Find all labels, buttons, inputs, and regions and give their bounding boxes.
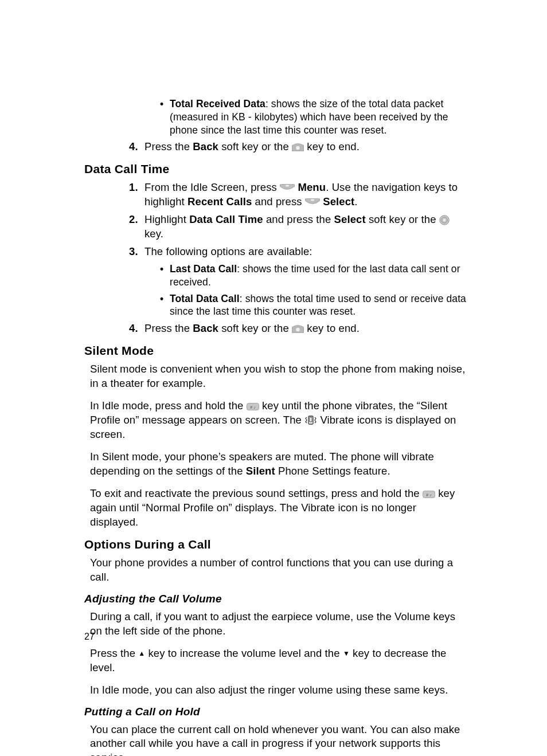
heading-data-call-time: Data Call Time: [84, 162, 467, 176]
step-text: The following options are available:: [144, 245, 312, 257]
dct-step-4: 4.Press the Back soft key or the key to …: [129, 322, 467, 336]
step-text: Highlight: [144, 213, 189, 225]
step-number: 3.: [129, 245, 144, 259]
softkey-icon: [280, 184, 295, 191]
svg-rect-10: [310, 417, 312, 422]
text: Press the: [90, 647, 138, 659]
step-number: 1.: [129, 181, 144, 195]
heading-silent-mode: Silent Mode: [84, 344, 467, 358]
softkey-icon: [305, 198, 320, 206]
step-text: key to end.: [304, 322, 360, 334]
heading-adjusting-volume: Adjusting the Call Volume: [84, 593, 467, 605]
step-text-2: soft key or the: [218, 140, 292, 152]
hold-p1: You can place the current call on hold w…: [90, 723, 467, 757]
select-label: Select: [334, 213, 366, 225]
step-back-end-1: 4.Press the Back soft key or the key to …: [129, 140, 467, 154]
hash-key-icon: # ♪: [423, 491, 435, 498]
bullet-label: Last Data Call: [170, 263, 237, 275]
volume-p1: During a call, if you want to adjust the…: [90, 610, 467, 639]
svg-rect-2: [311, 199, 314, 201]
text: Phone Settings feature.: [275, 465, 390, 477]
step-number: 4.: [129, 140, 144, 154]
bullet-label: Total Received Data: [170, 98, 265, 109]
bullet-marker: •: [160, 292, 170, 305]
step-text: soft key or the: [218, 322, 292, 334]
text: To exit and reactivate the previous soun…: [90, 487, 423, 499]
bullet-label: Total Data Call: [170, 293, 240, 304]
svg-text:# ♪: # ♪: [426, 492, 432, 496]
back-label: Back: [193, 140, 218, 152]
step-text: key.: [144, 228, 163, 240]
step-number: 4.: [129, 322, 144, 336]
heading-putting-call-on-hold: Putting a Call on Hold: [84, 706, 467, 718]
text: key to increase the volume level and the: [145, 647, 343, 659]
volume-p3: In Idle mode, you can also adjust the ri…: [90, 683, 467, 698]
step-text: soft key or the: [366, 213, 439, 225]
bullet-total-received-data: •Total Received Data: shows the size of …: [160, 97, 467, 136]
step-text: .: [354, 195, 357, 207]
heading-options-during-call: Options During a Call: [84, 538, 467, 551]
vibrate-icon: [304, 415, 317, 425]
dct-step-2: 2.Highlight Data Call Time and press the…: [129, 213, 467, 241]
select-label: Select: [323, 195, 354, 207]
manual-page: •Total Received Data: shows the size of …: [0, 0, 547, 756]
end-key-icon: [292, 325, 304, 333]
hash-key-icon: # ♪: [247, 403, 259, 410]
silent-p1: Silent mode is convenient when you wish …: [90, 362, 467, 391]
dct-step-3: 3.The following options are available:: [129, 245, 467, 259]
step-text: and press the: [263, 213, 334, 225]
svg-point-6: [296, 328, 300, 332]
silent-p4: To exit and reactivate the previous soun…: [90, 487, 467, 530]
ok-key-icon: [439, 215, 450, 225]
step-text: and press: [252, 195, 305, 207]
text: In Idle mode, press and hold the: [90, 399, 247, 412]
bullet-total-data-call: •Total Data Call: shows the total time u…: [160, 292, 467, 319]
step-text: Press the: [144, 322, 193, 334]
svg-rect-1: [286, 185, 289, 187]
bullet-marker: •: [160, 97, 170, 111]
step-text-3: key to end.: [304, 140, 360, 152]
step-text-1: Press the: [144, 140, 193, 152]
step-number: 2.: [129, 213, 144, 227]
svg-text:# ♪: # ♪: [250, 405, 256, 409]
volume-p2: Press the ▲ key to increase the volume l…: [90, 647, 467, 675]
menu-label: Menu: [298, 181, 326, 193]
bullet-marker: •: [160, 263, 170, 276]
bullet-last-data-call: •Last Data Call: shows the time used for…: [160, 263, 467, 289]
svg-point-0: [296, 146, 300, 150]
silent-p2: In Idle mode, press and hold the # ♪ key…: [90, 399, 467, 442]
back-label: Back: [193, 322, 218, 334]
down-arrow-icon: ▼: [343, 649, 350, 657]
recent-calls-label: Recent Calls: [187, 195, 252, 207]
svg-point-5: [443, 219, 446, 222]
options-p1: Your phone provides a number of control …: [90, 556, 467, 585]
silent-p3: In Silent mode, your phone’s speakers ar…: [90, 450, 467, 479]
step-text: From the Idle Screen, press: [144, 181, 280, 193]
silent-bold: Silent: [246, 465, 275, 477]
end-key-icon: [292, 143, 304, 151]
data-call-time-label: Data Call Time: [189, 213, 263, 225]
dct-step-1: 1.From the Idle Screen, press Menu. Use …: [129, 181, 467, 209]
up-arrow-icon: ▲: [138, 649, 145, 657]
page-number: 27: [84, 632, 95, 642]
